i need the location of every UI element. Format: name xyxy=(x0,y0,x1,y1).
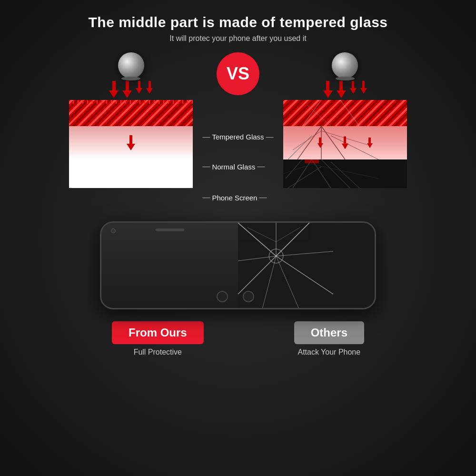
phone-speaker xyxy=(156,228,184,231)
tempered-label-row: — Tempered Glass — xyxy=(202,124,273,150)
arrow-big-left2 xyxy=(122,81,132,98)
middle-section: VS — Tempered Glass — — Normal Glass — —… xyxy=(202,52,273,212)
crack-svg-bottom xyxy=(283,159,407,188)
sub-title: It will protec your phone after you used… xyxy=(89,34,388,43)
normal-glass-label: Normal Glass xyxy=(212,163,255,171)
arrow-big-right xyxy=(323,81,333,98)
svg-line-1 xyxy=(340,100,359,126)
crack-svg-top xyxy=(283,100,407,126)
others-badge: Others xyxy=(294,321,364,344)
bullet-left xyxy=(118,52,144,79)
svg-line-30 xyxy=(276,228,300,242)
arrow-med-right2 xyxy=(360,81,367,98)
label-item-ours: From Ours Full Protective xyxy=(112,321,204,357)
tempered-glass-label: Tempered Glass xyxy=(212,133,264,141)
layer-normal-right xyxy=(283,126,407,159)
label-item-others: Others Attack Your Phone xyxy=(294,321,364,357)
arrows-left xyxy=(109,81,153,98)
glass-stack-left xyxy=(69,100,193,188)
comparison-section: VS — Tempered Glass — — Normal Glass — —… xyxy=(29,52,447,212)
phone-screen-label: Phone Screen xyxy=(212,194,257,202)
phone-crack-svg xyxy=(238,223,375,308)
phone-home-left-button xyxy=(217,291,228,302)
page-container: The middle part is made of tempered glas… xyxy=(0,0,476,476)
svg-line-23 xyxy=(276,256,333,294)
svg-line-9 xyxy=(293,131,321,150)
layer-phone-left xyxy=(69,159,193,188)
layer-tempered-left xyxy=(69,100,193,126)
svg-line-20 xyxy=(238,223,276,256)
phone-right-half xyxy=(238,223,375,308)
phone-section xyxy=(29,221,447,309)
header: The middle part is made of tempered glas… xyxy=(89,14,388,43)
from-ours-badge: From Ours xyxy=(112,321,204,344)
svg-line-21 xyxy=(276,223,309,256)
arrow-med-right xyxy=(350,81,357,98)
normal-label-row: — Normal Glass — xyxy=(202,150,273,183)
svg-line-14 xyxy=(312,164,378,178)
phone-home-right-button xyxy=(243,291,254,302)
svg-line-27 xyxy=(262,256,276,308)
layer-normal-left xyxy=(69,126,193,159)
layer-phone-right xyxy=(283,159,407,188)
svg-line-26 xyxy=(276,251,333,256)
svg-line-10 xyxy=(293,159,312,188)
glass-stack-right xyxy=(283,100,407,188)
svg-line-15 xyxy=(283,164,312,174)
full-protective-desc: Full Protective xyxy=(134,348,182,357)
svg-line-22 xyxy=(238,256,276,294)
layer-labels: — Tempered Glass — — Normal Glass — — Ph… xyxy=(202,124,273,212)
arrow-med-left2 xyxy=(146,81,153,98)
vs-circle: VS xyxy=(217,52,259,95)
svg-line-13 xyxy=(286,159,302,178)
phone-screen-label-row: — Phone Screen — xyxy=(202,183,273,212)
arrow-big-left xyxy=(109,81,119,98)
svg-line-16 xyxy=(331,162,359,188)
right-comparison xyxy=(274,52,416,188)
svg-line-12 xyxy=(321,159,350,188)
bullet-right xyxy=(332,52,358,79)
phone-camera xyxy=(111,228,116,233)
main-title: The middle part is made of tempered glas… xyxy=(89,14,388,30)
arrow-big-right2 xyxy=(337,81,346,98)
arrow-med-left xyxy=(136,81,142,98)
bottom-labels: From Ours Full Protective Others Attack … xyxy=(29,321,447,357)
svg-rect-18 xyxy=(305,159,319,163)
phone-image xyxy=(100,221,376,309)
attack-phone-desc: Attack Your Phone xyxy=(298,348,360,357)
svg-line-0 xyxy=(302,100,321,126)
left-comparison xyxy=(60,52,202,188)
svg-line-11 xyxy=(312,159,331,188)
svg-line-2 xyxy=(307,105,331,126)
arrows-right xyxy=(323,81,367,98)
layer-tempered-right xyxy=(283,100,407,126)
